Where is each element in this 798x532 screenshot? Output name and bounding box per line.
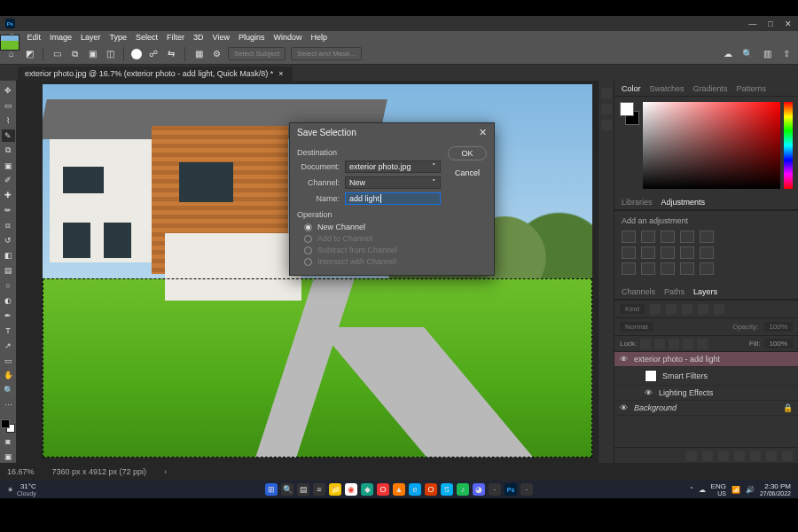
adj-invert-icon[interactable] [622, 262, 636, 275]
brush-tool-icon[interactable]: ✏ [2, 204, 15, 216]
discord-icon[interactable]: ◕ [473, 483, 485, 496]
menu-view[interactable]: View [213, 33, 230, 42]
layer-row[interactable]: 👁 exterior photo - add light [614, 352, 798, 367]
adj-lookup-icon[interactable] [700, 246, 714, 259]
explorer-icon[interactable]: 📁 [329, 483, 341, 496]
properties-panel-icon[interactable] [601, 104, 612, 114]
adj-photofilter-icon[interactable] [661, 246, 675, 259]
selection-sub-icon[interactable]: ▣ [86, 48, 98, 60]
brave-icon[interactable]: ▲ [393, 483, 405, 496]
toggle-icon[interactable]: ⇆ [165, 48, 177, 60]
onedrive-icon[interactable]: ☁ [699, 486, 706, 494]
filter-pixel-icon[interactable] [650, 304, 661, 315]
office-icon[interactable]: O [425, 483, 437, 496]
fg-swatch[interactable] [620, 102, 634, 116]
adj-brightness-icon[interactable] [622, 231, 636, 243]
share-icon[interactable]: ⇪ [780, 48, 793, 60]
workspace-icon[interactable]: ▥ [761, 48, 773, 60]
menu-plugins[interactable]: Plugins [239, 33, 265, 42]
spotify-icon[interactable]: ♪ [457, 483, 469, 496]
adj-gradientmap-icon[interactable] [680, 262, 694, 275]
screenmode-icon[interactable]: ▣ [2, 450, 15, 463]
adj-mixer-icon[interactable] [680, 246, 694, 259]
lock-position-icon[interactable] [669, 339, 679, 349]
layer-fx-icon[interactable] [702, 450, 713, 461]
tab-adjustments[interactable]: Adjustments [661, 198, 706, 207]
color-fgbg-swatch[interactable] [620, 102, 639, 189]
filter-adj-icon[interactable] [666, 304, 677, 315]
ok-button[interactable]: OK [448, 146, 487, 160]
opacity-input[interactable]: 100% [764, 322, 793, 332]
eyedropper-tool-icon[interactable]: ✐ [2, 175, 15, 187]
lock-artboard-icon[interactable] [683, 339, 693, 349]
quick-select-tool-icon[interactable]: ✎ [2, 129, 15, 142]
window-close-button[interactable]: ✕ [784, 20, 793, 28]
taskview-icon[interactable]: ▤ [297, 483, 309, 496]
layer-row[interactable]: 👁 Lighting Effects [614, 386, 798, 401]
visibility-toggle-icon[interactable]: 👁 [620, 403, 629, 412]
gradient-tool-icon[interactable]: ▤ [2, 264, 15, 277]
language-indicator[interactable]: ENG US [711, 483, 726, 497]
adj-hue-icon[interactable] [622, 246, 636, 259]
layers-kind-dropdown[interactable]: Kind [620, 304, 645, 314]
heal-tool-icon[interactable]: ✚ [2, 189, 15, 201]
adj-bw-icon[interactable] [641, 246, 655, 259]
lock-pixels-icon[interactable] [654, 339, 665, 349]
menu-3d[interactable]: 3D [193, 33, 204, 42]
sample-icon[interactable]: ☍ [147, 48, 160, 60]
select-and-mask-button[interactable]: Select and Mask... [291, 47, 362, 60]
adj-selective-icon[interactable] [700, 262, 714, 275]
fg-bg-swatch[interactable] [1, 419, 15, 433]
smart-filter-mask-thumb[interactable] [645, 370, 657, 382]
move-tool-icon[interactable]: ✥ [2, 84, 15, 97]
cloud-icon[interactable]: ☁ [722, 48, 734, 60]
tab-libraries[interactable]: Libraries [622, 198, 653, 207]
dodge-tool-icon[interactable]: ◐ [2, 294, 15, 307]
document-tab[interactable]: exterior photo.jpg @ 16.7% (exterior pho… [18, 66, 293, 81]
menu-type[interactable]: Type [110, 33, 128, 42]
menu-edit[interactable]: Edit [27, 33, 42, 42]
visibility-toggle-icon[interactable]: 👁 [645, 388, 653, 397]
weather-widget[interactable]: ☀ 31°C Cloudy [7, 483, 36, 497]
adj-exposure-icon[interactable] [680, 231, 694, 243]
history-brush-tool-icon[interactable]: ↺ [2, 234, 15, 246]
visibility-toggle-icon[interactable]: 👁 [620, 355, 629, 364]
filter-smart-icon[interactable] [714, 304, 724, 315]
edge-icon[interactable]: e [409, 483, 421, 496]
selection-intersect-icon[interactable]: ◫ [104, 48, 116, 60]
menu-window[interactable]: Window [274, 33, 302, 42]
menu-image[interactable]: Image [50, 33, 72, 42]
more-tools-icon[interactable]: ⋯ [2, 399, 15, 411]
hand-tool-icon[interactable]: ✋ [2, 370, 15, 382]
pen-tool-icon[interactable]: ✒ [2, 309, 15, 322]
layer-row[interactable]: Smart Filters [614, 367, 798, 386]
window-minimize-button[interactable]: — [748, 20, 757, 28]
character-panel-icon[interactable] [601, 120, 612, 130]
adj-curves-icon[interactable] [661, 231, 675, 243]
adj-levels-icon[interactable] [641, 231, 655, 243]
gear-icon[interactable]: ⚙ [210, 48, 223, 60]
app-icon[interactable]: ◆ [361, 483, 373, 496]
layer-name[interactable]: Background [634, 403, 677, 412]
stamp-tool-icon[interactable]: ⧈ [2, 219, 15, 231]
link-layers-icon[interactable] [686, 450, 697, 461]
fg-color-swatch[interactable] [1, 419, 10, 428]
dialog-titlebar[interactable]: Save Selection ✕ [290, 123, 494, 141]
tab-color[interactable]: Color [622, 84, 641, 93]
chevron-right-icon[interactable]: › [164, 467, 167, 476]
document-tab-close-icon[interactable]: × [278, 69, 283, 78]
start-button[interactable]: ⊞ [265, 483, 278, 496]
frame-tool-icon[interactable]: ▣ [2, 160, 15, 172]
selection-add-icon[interactable]: ⧉ [68, 48, 81, 60]
eraser-tool-icon[interactable]: ◧ [2, 249, 15, 262]
marquee-tool-icon[interactable]: ▭ [2, 99, 15, 112]
chrome-icon[interactable]: ◉ [345, 483, 357, 496]
document-dropdown[interactable]: exterior photo.jpg˅ [345, 160, 441, 173]
name-input[interactable]: add light [345, 192, 441, 205]
type-tool-icon[interactable]: T [2, 325, 15, 337]
tab-layers[interactable]: Layers [693, 287, 717, 296]
path-tool-icon[interactable]: ↗ [2, 340, 15, 352]
skype-icon[interactable]: S [441, 483, 453, 496]
tab-patterns[interactable]: Patterns [737, 84, 767, 93]
blur-tool-icon[interactable]: ○ [2, 279, 15, 292]
